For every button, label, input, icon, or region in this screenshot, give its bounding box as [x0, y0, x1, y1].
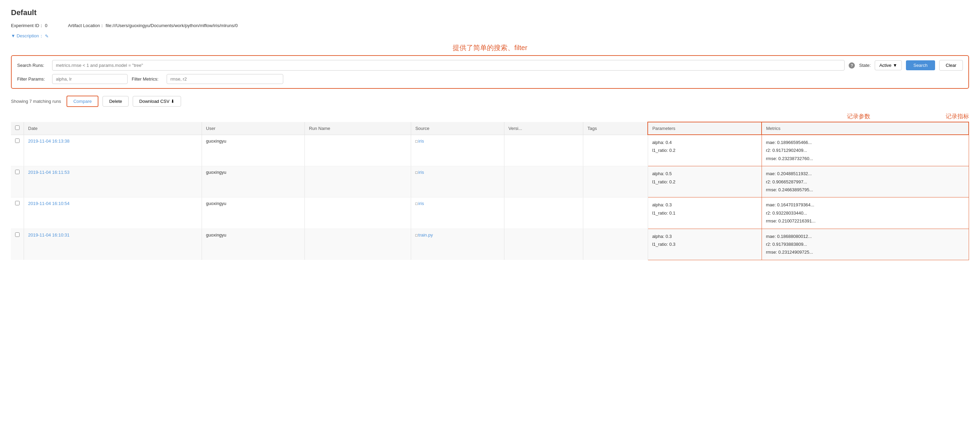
state-label: State: — [859, 63, 870, 68]
delete-button[interactable]: Delete — [102, 96, 129, 107]
filter-metrics-label: Filter Metrics: — [132, 76, 162, 81]
row-date: 2019-11-04 16:10:31 — [24, 229, 202, 260]
col-header-date: Date — [24, 122, 202, 135]
row-checkbox-cell — [11, 229, 24, 260]
row-source: □iris — [411, 197, 504, 229]
row-source: □iris — [411, 135, 504, 166]
row-user: guoxingyu — [202, 197, 304, 229]
edit-icon[interactable]: ✎ — [45, 33, 49, 39]
row-tags — [583, 166, 648, 197]
folder-icon: □ — [415, 170, 418, 175]
row-parameters: alpha: 0.4l1_ratio: 0.2 — [648, 135, 762, 166]
table-row: 2019-11-04 16:11:53guoxingyu□irisalpha: … — [11, 166, 969, 197]
row-run-name — [304, 166, 411, 197]
param-value: l1_ratio: 0.2 — [652, 146, 757, 154]
col-header-metrics: Metrics — [762, 122, 969, 135]
row-date: 2019-11-04 16:13:38 — [24, 135, 202, 166]
row-checkbox[interactable] — [15, 170, 19, 174]
run-date-link[interactable]: 2019-11-04 16:11:53 — [28, 170, 70, 175]
download-csv-button[interactable]: Download CSV ⬇ — [133, 96, 181, 107]
row-tags — [583, 197, 648, 229]
description-label[interactable]: ▼ Description： — [11, 33, 43, 39]
row-run-name — [304, 135, 411, 166]
annotation-metrics: 记录指标 — [946, 113, 969, 120]
artifact-location-value: file:///Users/guoxingyu/Documents/work/p… — [106, 23, 238, 28]
row-checkbox-cell — [11, 135, 24, 166]
col-header-version: Versi... — [504, 122, 583, 135]
run-date-link[interactable]: 2019-11-04 16:13:38 — [28, 138, 70, 144]
row-date: 2019-11-04 16:10:54 — [24, 197, 202, 229]
metric-value: rmse: 0.23124909725... — [766, 248, 964, 256]
row-version — [504, 229, 583, 260]
metric-value: rmse: 0.210072216391... — [766, 217, 964, 225]
state-dropdown[interactable]: Active ▼ — [875, 60, 902, 70]
metric-value: mae: 0.18688080012... — [766, 232, 964, 240]
showing-text: Showing 7 matching runs — [11, 99, 61, 104]
source-link[interactable]: train.py — [418, 232, 433, 237]
row-checkbox[interactable] — [15, 201, 19, 205]
run-date-link[interactable]: 2019-11-04 16:10:31 — [28, 232, 70, 237]
folder-icon: □ — [415, 202, 418, 206]
run-date-link[interactable]: 2019-11-04 16:10:54 — [28, 201, 70, 206]
search-runs-input[interactable] — [52, 60, 845, 71]
help-icon[interactable]: ? — [849, 62, 855, 68]
row-date: 2019-11-04 16:11:53 — [24, 166, 202, 197]
col-header-checkbox — [11, 122, 24, 135]
col-header-user: User — [202, 122, 304, 135]
filter-params-input[interactable] — [52, 74, 127, 84]
row-metrics: mae: 0.20488511932...r2: 0.90665287997..… — [762, 166, 969, 197]
row-checkbox-cell — [11, 166, 24, 197]
chevron-down-icon: ▼ — [893, 63, 897, 68]
row-parameters: alpha: 0.5l1_ratio: 0.2 — [648, 166, 762, 197]
row-run-name — [304, 229, 411, 260]
col-header-run-name: Run Name — [304, 122, 411, 135]
row-tags — [583, 229, 648, 260]
source-link[interactable]: iris — [418, 138, 424, 144]
row-source: □train.py — [411, 229, 504, 260]
row-checkbox[interactable] — [15, 138, 19, 143]
row-run-name — [304, 197, 411, 229]
metric-value: rmse: 0.23238732760... — [766, 154, 964, 162]
row-checkbox-cell — [11, 197, 24, 229]
col-header-parameters: Parameters — [648, 122, 762, 135]
row-user: guoxingyu — [202, 229, 304, 260]
row-metrics: mae: 0.164701979364...r2: 0.93228033440.… — [762, 197, 969, 229]
row-version — [504, 166, 583, 197]
metric-value: mae: 0.164701979364... — [766, 201, 964, 209]
source-link[interactable]: iris — [418, 170, 424, 175]
runs-table: Date User Run Name Source Versi... Tags … — [11, 122, 969, 260]
metric-value: rmse: 0.24663895795... — [766, 186, 964, 194]
row-user: guoxingyu — [202, 135, 304, 166]
filter-metrics-input[interactable] — [167, 74, 283, 84]
clear-button[interactable]: Clear — [939, 60, 963, 71]
metric-value: r2: 0.91793883809... — [766, 240, 964, 248]
runs-table-container: Date User Run Name Source Versi... Tags … — [11, 122, 969, 260]
artifact-location-label: Artifact Location： — [68, 23, 104, 28]
param-value: alpha: 0.5 — [652, 170, 757, 178]
search-panel: Search Runs: ? State: Active ▼ Search Cl… — [11, 55, 969, 89]
search-button[interactable]: Search — [906, 60, 935, 70]
param-value: l1_ratio: 0.1 — [652, 209, 757, 217]
metric-value: r2: 0.91712902409... — [766, 146, 964, 154]
search-runs-label: Search Runs: — [17, 63, 48, 68]
annotation-top: 提供了简单的搜索、filter — [11, 43, 969, 52]
row-checkbox[interactable] — [15, 232, 19, 237]
select-all-checkbox[interactable] — [15, 126, 19, 130]
page-title: Default — [11, 8, 969, 17]
row-user: guoxingyu — [202, 166, 304, 197]
metric-value: r2: 0.90665287997... — [766, 178, 964, 186]
row-tags — [583, 135, 648, 166]
row-version — [504, 135, 583, 166]
filter-params-label: Filter Params: — [17, 76, 48, 81]
table-row: 2019-11-04 16:10:54guoxingyu□irisalpha: … — [11, 197, 969, 229]
col-header-source: Source — [411, 122, 504, 135]
param-value: alpha: 0.4 — [652, 138, 757, 146]
param-value: l1_ratio: 0.3 — [652, 240, 757, 248]
source-link[interactable]: iris — [418, 201, 424, 206]
row-metrics: mae: 0.18966595466...r2: 0.91712902409..… — [762, 135, 969, 166]
row-parameters: alpha: 0.3l1_ratio: 0.1 — [648, 197, 762, 229]
compare-button[interactable]: Compare — [67, 95, 99, 107]
state-value: Active — [879, 63, 891, 68]
row-parameters: alpha: 0.3l1_ratio: 0.3 — [648, 229, 762, 260]
param-value: l1_ratio: 0.2 — [652, 178, 757, 186]
